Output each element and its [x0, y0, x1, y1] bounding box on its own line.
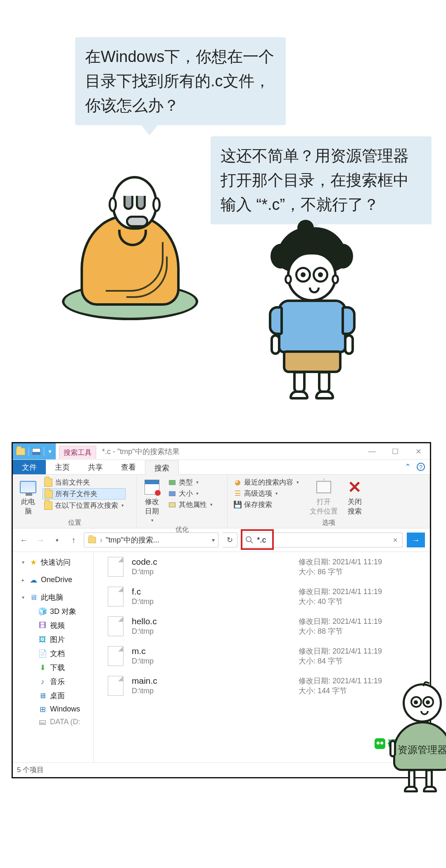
file-modified: 修改日期: 2021/4/1 11:19 [299, 587, 422, 597]
address-bar[interactable]: › "tmp"中的搜索... ▾ [84, 533, 218, 547]
search-box[interactable]: × [242, 533, 403, 547]
folder-icon[interactable] [16, 448, 25, 455]
sidebar-item[interactable]: 🎞视频 [13, 618, 93, 633]
sidebar-item-label: OneDrive [41, 575, 72, 584]
collapse-ribbon-icon[interactable]: ⌃ [399, 460, 417, 474]
file-size: 大小: 88 字节 [299, 626, 422, 636]
close-search-button[interactable]: ✕ 关闭 搜索 [344, 477, 366, 518]
recent-locations-icon[interactable]: ▾ [51, 534, 63, 546]
minimize-button[interactable]: — [361, 443, 384, 460]
sidebar-item-label: 文档 [50, 649, 65, 659]
sidebar-item-label: 快速访问 [41, 557, 71, 567]
address-search-bar: ← → ▾ ↑ › "tmp"中的搜索... ▾ ↻ × [13, 528, 430, 552]
ribbon-group-label: 位置 [17, 518, 132, 528]
recent-searches-option[interactable]: ◕ 最近的搜索内容▾ [232, 477, 301, 488]
file-name: code.c [132, 557, 157, 567]
svg-point-0 [246, 537, 251, 542]
win-icon: ⊞ [38, 705, 47, 713]
titlebar: ▼ 搜索工具 *.c - "tmp"中的搜索结果 — ☐ ✕ [13, 443, 430, 460]
file-icon [108, 557, 123, 577]
forward-button[interactable]: → [34, 534, 47, 546]
maximize-button[interactable]: ☐ [384, 443, 407, 460]
open-file-location-button[interactable]: 打开 文件位置 [307, 477, 340, 518]
size-option[interactable]: 大小▾ [166, 488, 214, 499]
sidebar-item-label: 视频 [50, 621, 65, 630]
pc-icon: 🖥 [29, 593, 38, 602]
sidebar-item[interactable]: ♪音乐 [13, 675, 93, 689]
kind-option[interactable]: 类型▾ [166, 477, 214, 488]
dl-icon: ⬇ [38, 663, 47, 672]
content-area: ▾★快速访问▸☁OneDrive▾🖥此电脑🧊3D 对象🎞视频🖼图片📄文档⬇下载♪… [13, 552, 430, 762]
file-name: main.c [132, 676, 157, 686]
save-search-option[interactable]: 💾 保存搜索 [232, 499, 301, 510]
file-path: D:\tmp [132, 597, 154, 606]
date-modified-button[interactable]: 修改 日期 ▾ [141, 477, 163, 525]
search-again-in-option[interactable]: 在以下位置再次搜索 ▾ [43, 500, 126, 511]
file-explorer-window: ▼ 搜索工具 *.c - "tmp"中的搜索结果 — ☐ ✕ 文件 主页 共享 … [12, 442, 431, 778]
search-result-row[interactable]: main.cD:\tmp修改日期: 2021/4/1 11:19大小: 144 … [94, 671, 430, 701]
folder-icon [45, 490, 53, 498]
tab-search[interactable]: 搜索 [145, 460, 179, 475]
tab-home[interactable]: 主页 [46, 460, 79, 474]
search-input[interactable] [242, 535, 388, 545]
sidebar-item[interactable]: ▾★快速访问 [13, 555, 93, 569]
comic-panel: 在Windows下，你想在一个目录下找到所有的.c文件，你该怎么办？ 这还不简单… [0, 0, 446, 442]
expand-icon[interactable]: ▾ [22, 559, 26, 565]
window-title: *.c - "tmp"中的搜索结果 [102, 447, 180, 457]
sidebar-item[interactable]: ⬇下载 [13, 661, 93, 675]
file-icon [108, 676, 123, 696]
search-go-button[interactable]: → [407, 533, 425, 547]
sidebar-item[interactable]: 📄文档 [13, 647, 93, 661]
back-button[interactable]: ← [18, 534, 30, 546]
up-button[interactable]: ↑ [67, 534, 80, 546]
help-icon[interactable]: ? [417, 463, 425, 471]
search-result-row[interactable]: f.cD:\tmp修改日期: 2021/4/1 11:19大小: 40 字节 [94, 582, 430, 611]
ribbon-body: 此电 脑 当前文件夹 所有子文件夹 [13, 475, 430, 528]
mascot-label: 资源管理器 [395, 743, 446, 756]
disk-icon[interactable] [32, 448, 40, 455]
close-button[interactable]: ✕ [407, 443, 430, 460]
qat-dropdown-icon[interactable]: ▼ [47, 449, 52, 454]
chevron-down-icon: ▾ [121, 503, 124, 508]
search-result-row[interactable]: hello.cD:\tmp修改日期: 2021/4/1 11:19大小: 88 … [94, 611, 430, 641]
this-pc-button[interactable]: 此电 脑 [17, 477, 39, 518]
sidebar-item[interactable]: 🖴DATA (D: [13, 716, 93, 728]
search-tools-contextual-tab[interactable]: 搜索工具 [59, 446, 96, 459]
search-result-row[interactable]: code.cD:\tmp修改日期: 2021/4/1 11:19大小: 86 字… [94, 552, 430, 582]
sidebar-item[interactable]: ⊞Windows [13, 703, 93, 716]
sidebar-item-label: DATA (D: [50, 718, 80, 726]
character-boy [258, 227, 365, 405]
sidebar-item[interactable]: 🖥桌面 [13, 689, 93, 703]
navigation-pane: ▾★快速访问▸☁OneDrive▾🖥此电脑🧊3D 对象🎞视频🖼图片📄文档⬇下载♪… [13, 552, 94, 762]
gear-icon: ☰ [233, 490, 242, 498]
tab-view[interactable]: 查看 [112, 460, 145, 474]
refresh-button[interactable]: ↻ [223, 533, 237, 547]
search-result-row[interactable]: m.cD:\tmp修改日期: 2021/4/1 11:19大小: 84 字节 [94, 641, 430, 671]
sidebar-item[interactable]: ▾🖥此电脑 [13, 590, 93, 604]
all-subfolders-option[interactable]: 所有子文件夹 [43, 488, 126, 499]
sidebar-item[interactable]: 🖼图片 [13, 633, 93, 647]
file-path: D:\tmp [132, 687, 157, 695]
advanced-options[interactable]: ☰ 高级选项▾ [232, 488, 301, 499]
tab-file[interactable]: 文件 [13, 460, 46, 474]
file-icon [108, 646, 123, 666]
speech-bubble-monk: 在Windows下，你想在一个目录下找到所有的.c文件，你该怎么办？ [75, 37, 286, 125]
breadcrumb[interactable]: "tmp"中的搜索... [106, 535, 159, 545]
cloud-icon: ☁ [29, 576, 38, 584]
other-properties-option[interactable]: 其他属性▾ [166, 499, 214, 510]
chevron-down-icon: ▾ [151, 518, 154, 523]
folder-icon [88, 537, 96, 543]
chevron-down-icon[interactable]: ▾ [212, 537, 215, 543]
tab-share[interactable]: 共享 [79, 460, 112, 474]
clear-search-button[interactable]: × [388, 535, 402, 545]
sidebar-item[interactable]: ▸☁OneDrive [13, 573, 93, 586]
expand-icon[interactable]: ▾ [22, 595, 26, 600]
character-monk [62, 138, 198, 320]
recent-icon: ◕ [233, 478, 242, 487]
3d-icon: 🧊 [38, 607, 47, 616]
current-folder-option[interactable]: 当前文件夹 [43, 477, 126, 488]
file-path: D:\tmp [132, 657, 154, 666]
sidebar-item-label: 音乐 [50, 677, 65, 687]
sidebar-item[interactable]: 🧊3D 对象 [13, 604, 93, 618]
expand-icon[interactable]: ▸ [22, 577, 26, 583]
